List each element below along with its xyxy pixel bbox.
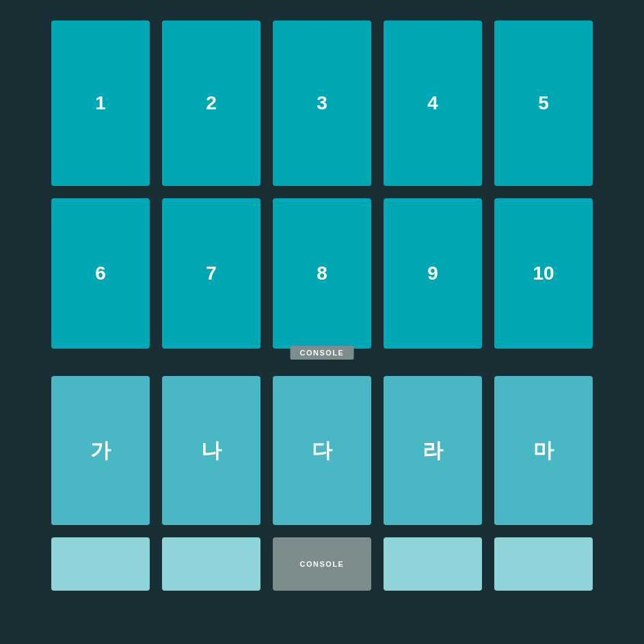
cell-pale-2[interactable] <box>162 537 260 591</box>
cell-8[interactable]: 8 CONSOLE <box>273 198 371 349</box>
main-grid: 1 2 3 4 5 6 7 8 CONSOLE 9 <box>0 0 644 644</box>
row-numbers-6-10: 6 7 8 CONSOLE 9 10 <box>51 198 593 349</box>
cell-da[interactable]: 다 <box>273 376 371 525</box>
cell-3[interactable]: 3 <box>273 21 371 186</box>
cell-ma[interactable]: 마 <box>494 376 593 525</box>
cell-1[interactable]: 1 <box>51 21 150 186</box>
cell-ra[interactable]: 라 <box>384 376 482 525</box>
cell-pale-3[interactable] <box>384 537 482 591</box>
cell-10[interactable]: 10 <box>494 198 593 349</box>
cell-9[interactable]: 9 <box>384 198 482 349</box>
console-badge-1[interactable]: CONSOLE <box>291 346 354 360</box>
cell-7[interactable]: 7 <box>162 198 260 349</box>
cell-2[interactable]: 2 <box>162 21 260 186</box>
cell-pale-4[interactable] <box>494 537 593 591</box>
cell-4[interactable]: 4 <box>384 21 482 186</box>
cell-na[interactable]: 나 <box>162 376 260 525</box>
row-korean: 가 나 다 라 마 <box>51 376 593 525</box>
console-cell-2[interactable]: CONSOLE <box>273 537 371 591</box>
row-bottom: CONSOLE <box>51 537 593 591</box>
row-numbers-1-5: 1 2 3 4 5 <box>51 21 593 186</box>
cell-6[interactable]: 6 <box>51 198 150 349</box>
cell-5[interactable]: 5 <box>494 21 593 186</box>
cell-pale-1[interactable] <box>51 537 150 591</box>
cell-ga[interactable]: 가 <box>51 376 150 525</box>
